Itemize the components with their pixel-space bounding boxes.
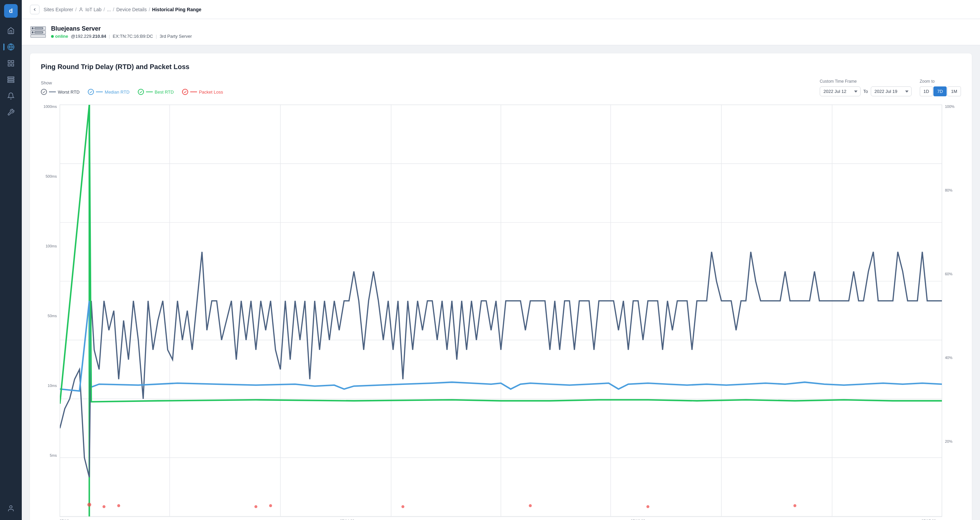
breadcrumb-current: Historical Ping Range — [152, 7, 202, 12]
sidebar-item-user[interactable] — [3, 501, 18, 516]
median-rtd-line — [96, 92, 103, 92]
sidebar-item-list[interactable] — [3, 72, 18, 87]
sidebar-item-grid[interactable] — [3, 56, 18, 71]
worst-rtd-check — [41, 89, 47, 95]
legend-best-rtd[interactable]: Best RTD — [138, 89, 174, 95]
svg-point-10 — [80, 8, 82, 9]
best-rtd-label: Best RTD — [155, 89, 174, 95]
y-label-1000: 1000ms — [43, 105, 57, 108]
y-label-50: 50ms — [48, 314, 57, 318]
date-to-select[interactable]: 2022 Jul 19 — [871, 86, 912, 96]
device-name: Bluejeans Server — [51, 25, 192, 32]
app-logo[interactable]: d — [4, 4, 18, 18]
median-rtd-label: Median RTD — [105, 89, 130, 95]
right-controls: Custom Time Frame 2022 Jul 12 To 2022 Ju… — [820, 79, 961, 96]
svg-point-37 — [102, 505, 105, 508]
svg-rect-6 — [8, 77, 14, 78]
svg-point-41 — [401, 505, 404, 508]
svg-rect-16 — [35, 27, 43, 29]
sidebar-item-globe[interactable] — [3, 40, 18, 54]
status-dot — [51, 35, 54, 38]
svg-point-42 — [529, 504, 532, 507]
zoom-label: Zoom to — [920, 79, 961, 84]
sidebar-item-bell[interactable] — [3, 89, 18, 103]
svg-rect-8 — [8, 81, 14, 83]
worst-rtd-line — [49, 92, 56, 92]
chart-title: Ping Round Trip Delay (RTD) and Packet L… — [41, 63, 961, 71]
x-axis-labels: 07/1203 pm 07/14 09 am 07/16 03 am 07/17… — [60, 517, 942, 520]
x-label-0717: 07/17 09 pm — [921, 519, 942, 520]
legend-packet-loss[interactable]: Packet Loss — [182, 89, 223, 95]
sidebar-item-tools[interactable] — [3, 105, 18, 120]
topbar: Sites Explorer / IoT Lab / ... / Device … — [22, 0, 980, 19]
svg-point-43 — [646, 505, 649, 508]
best-rtd-line — [146, 92, 153, 92]
breadcrumb-device-details[interactable]: Device Details — [116, 7, 147, 12]
page-content: Ping Round Trip Delay (RTD) and Packet L… — [22, 45, 980, 520]
y-axis-right: 100% 80% 60% 40% 20% 0% — [942, 105, 961, 520]
svg-rect-3 — [11, 60, 14, 63]
legend-worst-rtd[interactable]: Worst RTD — [41, 89, 80, 95]
device-status: online — [51, 34, 68, 39]
x-label-0714: 07/14 09 am — [340, 519, 361, 520]
time-frame-row: 2022 Jul 12 To 2022 Jul 19 — [820, 86, 912, 96]
device-info: Bluejeans Server online @192.229.210.84 … — [51, 25, 192, 39]
breadcrumb-sep-2: / — [103, 7, 105, 12]
chart-controls: Show Worst RTD — [41, 79, 961, 96]
packet-loss-check — [182, 89, 188, 95]
breadcrumb-sites-explorer[interactable]: Sites Explorer — [43, 7, 73, 12]
best-rtd-check — [138, 89, 144, 95]
y-label-80pct: 80% — [945, 188, 953, 192]
svg-rect-2 — [8, 60, 10, 63]
chart-wrapper: 1000ms 500ms 100ms 50ms 10ms 5ms 1ms 100… — [41, 105, 961, 520]
back-button[interactable] — [30, 5, 40, 14]
time-frame-label: Custom Time Frame — [820, 79, 912, 84]
device-ip: @192.229.210.84 — [71, 34, 106, 39]
to-label: To — [863, 89, 868, 94]
packet-loss-line — [190, 92, 197, 92]
zoom-1m[interactable]: 1M — [947, 86, 961, 96]
svg-rect-7 — [8, 79, 14, 80]
svg-point-40 — [269, 504, 272, 507]
legend-items: Worst RTD Median RTD — [41, 89, 223, 95]
y-label-100pct: 100% — [945, 105, 955, 108]
sidebar-item-home[interactable] — [3, 23, 18, 38]
show-section: Show Worst RTD — [41, 80, 223, 95]
median-rtd-check — [88, 89, 94, 95]
x-label-0712: 07/1203 pm — [60, 519, 70, 520]
svg-point-36 — [88, 503, 92, 507]
time-frame-group: Custom Time Frame 2022 Jul 12 To 2022 Ju… — [820, 79, 912, 96]
svg-point-15 — [32, 32, 33, 33]
breadcrumb-sep-4: / — [149, 7, 150, 12]
zoom-1d[interactable]: 1D — [920, 86, 933, 96]
zoom-group: Zoom to 1D 7D 1M — [920, 79, 961, 96]
zoom-7d[interactable]: 7D — [933, 86, 947, 96]
svg-rect-5 — [8, 64, 10, 66]
y-label-60pct: 60% — [945, 272, 953, 276]
main-content: Sites Explorer / IoT Lab / ... / Device … — [22, 0, 980, 520]
chart-card: Ping Round Trip Delay (RTD) and Packet L… — [30, 53, 972, 520]
legend-median-rtd[interactable]: Median RTD — [88, 89, 130, 95]
breadcrumb: Sites Explorer / IoT Lab / ... / Device … — [43, 7, 202, 12]
breadcrumb-ellipsis[interactable]: ... — [107, 7, 111, 12]
breadcrumb-sep-1: / — [75, 7, 76, 12]
svg-rect-17 — [35, 32, 43, 33]
person-icon — [79, 7, 83, 12]
breadcrumb-iot-lab[interactable]: IoT Lab — [86, 7, 102, 12]
svg-point-39 — [255, 505, 258, 508]
y-label-500: 500ms — [46, 174, 57, 178]
device-header: Bluejeans Server online @192.229.210.84 … — [22, 19, 980, 45]
y-label-10: 10ms — [48, 383, 57, 388]
y-label-20pct: 20% — [945, 439, 953, 444]
y-label-5: 5ms — [50, 453, 57, 457]
zoom-buttons: 1D 7D 1M — [920, 86, 961, 96]
svg-point-14 — [32, 27, 33, 29]
svg-point-44 — [794, 504, 797, 507]
packet-loss-label: Packet Loss — [199, 89, 223, 95]
x-label-0716: 07/16 03 am — [630, 519, 651, 520]
date-from-select[interactable]: 2022 Jul 12 — [820, 86, 861, 96]
svg-point-38 — [117, 504, 120, 507]
sidebar: d — [0, 0, 22, 520]
show-label: Show — [41, 80, 223, 86]
y-axis-left: 1000ms 500ms 100ms 50ms 10ms 5ms 1ms — [41, 105, 60, 520]
